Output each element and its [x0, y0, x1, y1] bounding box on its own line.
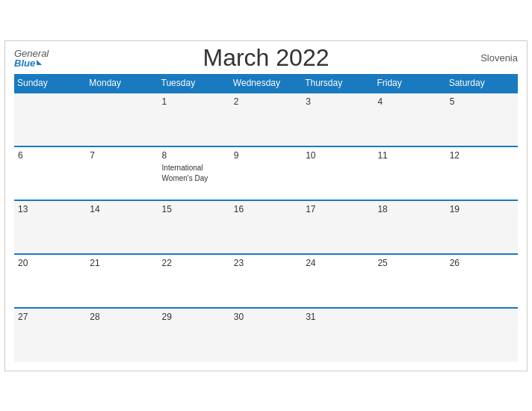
day-number: 16: [234, 204, 298, 214]
calendar-day-cell: 31: [302, 308, 374, 362]
calendar-container: General Blue March 2022 Slovenia Sunday …: [4, 40, 528, 371]
day-number: 9: [234, 150, 298, 161]
col-tuesday: Tuesday: [158, 74, 230, 93]
day-number: 25: [377, 258, 442, 268]
day-number: 22: [162, 258, 226, 268]
day-number: 31: [306, 312, 370, 322]
day-number: 27: [18, 312, 82, 322]
day-number: 6: [18, 150, 82, 161]
calendar-day-cell: 7: [86, 146, 158, 200]
day-number: 13: [18, 204, 82, 214]
calendar-day-cell: 15: [158, 200, 230, 254]
calendar-day-cell: [86, 93, 158, 146]
event-text: International Women's Day: [162, 164, 208, 182]
calendar-day-cell: 11: [374, 146, 445, 200]
day-number: 15: [162, 204, 226, 214]
calendar-day-cell: 29: [158, 308, 230, 362]
day-number: 19: [450, 204, 514, 214]
col-saturday: Saturday: [446, 74, 518, 93]
col-wednesday: Wednesday: [230, 74, 302, 93]
day-number: 28: [90, 312, 154, 322]
day-number: 20: [18, 258, 82, 268]
calendar-day-cell: 17: [302, 200, 374, 254]
day-number: 30: [234, 312, 298, 322]
day-number: 10: [306, 150, 370, 161]
day-number: 4: [377, 96, 442, 107]
day-number: 26: [450, 258, 514, 268]
calendar-day-cell: 27: [14, 308, 86, 362]
day-number: 14: [90, 204, 154, 214]
calendar-day-cell: [446, 308, 518, 362]
calendar-week-row: 13141516171819: [14, 200, 518, 254]
day-number: 17: [306, 204, 370, 214]
day-number: 23: [234, 258, 298, 268]
col-thursday: Thursday: [302, 74, 374, 93]
calendar-day-cell: 10: [302, 146, 374, 200]
calendar-day-cell: 6: [14, 146, 86, 200]
day-number: 2: [234, 96, 298, 107]
day-number: 12: [450, 150, 514, 161]
calendar-day-cell: 9: [230, 146, 302, 200]
calendar-day-cell: 2: [230, 93, 302, 146]
calendar-day-cell: 30: [230, 308, 302, 362]
day-number: 1: [162, 96, 226, 107]
calendar-day-cell: 26: [446, 254, 518, 308]
country-name: Slovenia: [480, 52, 518, 64]
day-number: 18: [377, 204, 442, 214]
calendar-day-cell: 23: [230, 254, 302, 308]
calendar-grid: Sunday Monday Tuesday Wednesday Thursday…: [14, 74, 518, 362]
day-number: 11: [377, 150, 442, 161]
day-number: 29: [162, 312, 226, 322]
logo: General Blue: [14, 49, 49, 68]
calendar-day-cell: 3: [302, 93, 374, 146]
calendar-title: March 2022: [203, 44, 330, 72]
calendar-day-cell: 18: [374, 200, 445, 254]
calendar-day-cell: 25: [374, 254, 445, 308]
calendar-day-cell: 5: [446, 93, 518, 146]
calendar-day-cell: 14: [86, 200, 158, 254]
calendar-week-row: 12345: [14, 93, 518, 146]
calendar-week-row: 678International Women's Day9101112: [14, 146, 518, 200]
calendar-day-cell: 20: [14, 254, 86, 308]
calendar-header: General Blue March 2022 Slovenia: [14, 49, 518, 68]
calendar-day-cell: 4: [374, 93, 445, 146]
weekday-header-row: Sunday Monday Tuesday Wednesday Thursday…: [14, 74, 518, 93]
calendar-day-cell: 8International Women's Day: [158, 146, 230, 200]
calendar-day-cell: [14, 93, 86, 146]
calendar-day-cell: 19: [446, 200, 518, 254]
calendar-day-cell: 16: [230, 200, 302, 254]
calendar-day-cell: 28: [86, 308, 158, 362]
logo-triangle-icon: [37, 60, 42, 65]
logo-blue-text: Blue: [14, 58, 42, 68]
calendar-day-cell: 24: [302, 254, 374, 308]
day-number: 8: [162, 150, 226, 161]
logo-general-text: General: [14, 49, 49, 58]
day-number: 7: [90, 150, 154, 161]
col-sunday: Sunday: [14, 74, 86, 93]
col-monday: Monday: [86, 74, 158, 93]
day-number: 21: [90, 258, 154, 268]
day-number: 5: [450, 96, 514, 107]
col-friday: Friday: [374, 74, 445, 93]
calendar-day-cell: 13: [14, 200, 86, 254]
calendar-day-cell: 12: [446, 146, 518, 200]
calendar-day-cell: [374, 308, 445, 362]
calendar-day-cell: 1: [158, 93, 230, 146]
calendar-week-row: 20212223242526: [14, 254, 518, 308]
calendar-day-cell: 22: [158, 254, 230, 308]
day-number: 24: [306, 258, 370, 268]
day-number: 3: [306, 96, 370, 107]
calendar-day-cell: 21: [86, 254, 158, 308]
calendar-week-row: 2728293031: [14, 308, 518, 362]
